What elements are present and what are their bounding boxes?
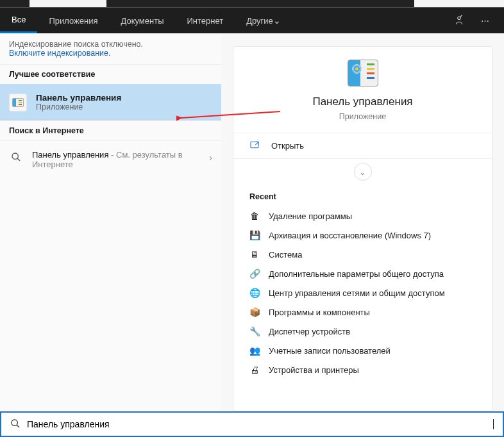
tab-documents[interactable]: Документы <box>109 8 175 33</box>
result-subtitle: Приложение <box>36 103 212 111</box>
recent-item-label: Устройства и принтеры <box>269 365 359 375</box>
open-action[interactable]: Открыть <box>233 133 492 159</box>
svg-line-7 <box>17 425 19 427</box>
indexing-notice: Индексирование поиска отключено. Включит… <box>0 33 221 64</box>
feedback-icon[interactable] <box>446 8 472 33</box>
recent-item-label: Архивация и восстановление (Windows 7) <box>269 231 431 240</box>
search-input[interactable] <box>27 419 494 429</box>
recent-item[interactable]: 🌐Центр управления сетями и общим доступо… <box>233 283 492 302</box>
tab-more[interactable]: Другие <box>235 8 292 33</box>
result-title: Панель управления <box>36 93 212 103</box>
recent-item-icon: 💾 <box>249 230 260 240</box>
recent-item[interactable]: 🔗Дополнительные параметры общего доступа <box>233 264 492 283</box>
recent-item-icon: 🖥 <box>249 249 260 260</box>
recent-item-icon: 🖨 <box>249 365 260 375</box>
recent-item-icon: 👥 <box>249 345 260 356</box>
preview-subtitle: Приложение <box>339 112 386 121</box>
svg-point-0 <box>458 17 461 20</box>
search-tabs: Все Приложения Документы Интернет Другие… <box>0 8 504 33</box>
recent-item-label: Дополнительные параметры общего доступа <box>269 269 444 279</box>
enable-indexing-link[interactable]: Включите индексирование. <box>9 49 111 58</box>
recent-item-label: Диспетчер устройств <box>269 327 350 336</box>
recent-item-label: Программы и компоненты <box>269 308 370 317</box>
search-box[interactable] <box>0 411 504 437</box>
chevron-right-icon: › <box>209 150 212 163</box>
recent-item-icon: 🔗 <box>249 268 260 279</box>
search-icon <box>10 418 21 431</box>
recent-item[interactable]: 🔧Диспетчер устройств <box>233 322 492 341</box>
recent-item-icon: 🗑 <box>249 211 260 221</box>
web-result[interactable]: Панель управления - См. результаты в Инт… <box>0 140 221 178</box>
recent-item-label: Система <box>269 250 302 260</box>
svg-point-1 <box>12 153 18 159</box>
search-icon <box>9 150 23 164</box>
notice-text: Индексирование поиска отключено. <box>9 40 143 49</box>
expand-button[interactable]: ⌄ <box>354 163 372 181</box>
recent-item[interactable]: 💾Архивация и восстановление (Windows 7) <box>233 226 492 245</box>
window-chrome <box>0 0 504 8</box>
web-result-title: Панель управления <box>32 150 108 160</box>
web-search-heading: Поиск в Интернете <box>0 120 221 140</box>
recent-item[interactable]: 👥Учетные записи пользователей <box>233 341 492 360</box>
recent-item[interactable]: 🖥Система <box>233 245 492 264</box>
preview-title: Панель управления <box>312 95 412 108</box>
recent-item[interactable]: 📦Программы и компоненты <box>233 302 492 322</box>
recent-item-icon: 📦 <box>249 307 260 317</box>
recent-item[interactable]: 🖨Устройства и принтеры <box>233 360 492 379</box>
control-panel-icon-large <box>348 60 378 87</box>
best-match-heading: Лучшее соответствие <box>0 64 221 84</box>
recent-heading: Recent <box>233 185 492 206</box>
svg-line-2 <box>17 158 20 161</box>
recent-item-label: Центр управления сетями и общим доступом <box>269 288 445 298</box>
best-match-result[interactable]: Панель управления Приложение <box>0 84 221 120</box>
recent-item-label: Удаление программы <box>269 211 352 221</box>
recent-item-icon: 🔧 <box>249 326 260 336</box>
svg-point-6 <box>12 420 17 425</box>
open-icon <box>249 140 260 152</box>
preview-panel: Панель управления Приложение Открыть ⌄ R… <box>221 33 504 411</box>
tab-internet[interactable]: Интернет <box>175 8 235 33</box>
tab-apps[interactable]: Приложения <box>37 8 109 33</box>
tab-all[interactable]: Все <box>0 8 37 33</box>
control-panel-icon <box>9 94 27 111</box>
open-label: Открыть <box>271 141 304 151</box>
recent-item-icon: 🌐 <box>249 288 260 298</box>
results-panel: Индексирование поиска отключено. Включит… <box>0 33 221 411</box>
recent-item-label: Учетные записи пользователей <box>269 346 391 356</box>
recent-item[interactable]: 🗑Удаление программы <box>233 206 492 226</box>
more-icon[interactable]: ⋯ <box>472 8 498 33</box>
